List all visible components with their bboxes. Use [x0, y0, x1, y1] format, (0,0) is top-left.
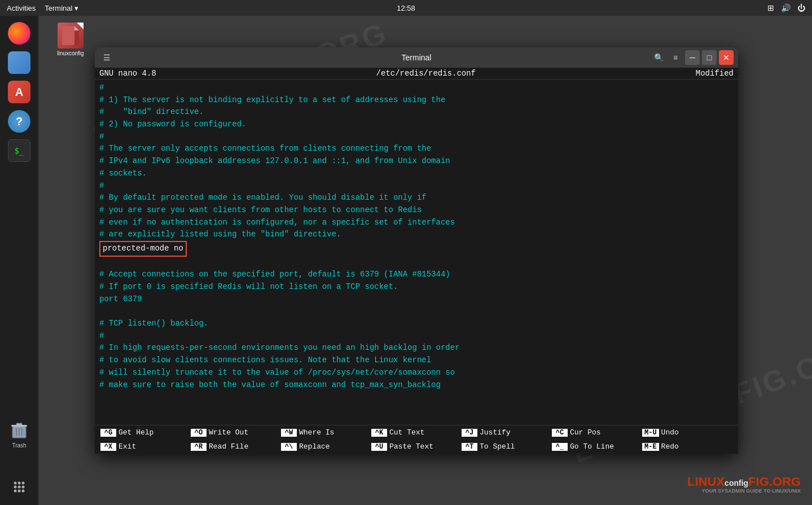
shortcut-cut-text: ^K Cut Text [369, 427, 459, 438]
search-icon[interactable]: 🔍 [651, 50, 666, 65]
close-button[interactable]: ✕ [719, 50, 734, 65]
shortcut-key-where-is: ^W [281, 429, 297, 437]
nano-status: Modified [696, 69, 734, 78]
shortcut-paste-text: ^U Paste Text [369, 441, 459, 452]
maximize-button[interactable]: □ [702, 50, 717, 65]
svg-rect-17 [74, 30, 79, 45]
nano-version: GNU nano 4.8 [99, 69, 156, 78]
highlighted-line: protected-mode no [99, 241, 187, 257]
topbar-system-icons: ⊞ 🔊 ⏻ [767, 3, 805, 12]
nano-filepath: /etc/redis/redis.conf [376, 69, 476, 78]
shortcut-read-file: ^R Read File [188, 441, 279, 452]
terminal-icon: $_ [6, 138, 32, 164]
dock-terminal[interactable]: $_ [6, 138, 32, 164]
svg-point-11 [22, 486, 25, 489]
shortcut-label-undo: Undo [661, 428, 679, 437]
svg-rect-15 [62, 26, 74, 45]
shortcut-label-cur-pos: Cur Pos [570, 428, 601, 437]
shortcut-key-go-to-line: ^_ [552, 443, 568, 451]
shortcut-label-write-out: Write Out [209, 428, 248, 437]
shortcut-write-out: ^O Write Out [188, 427, 279, 438]
shortcut-label-where-is: Where Is [299, 428, 334, 437]
dock: A ? $_ Tr [0, 16, 38, 505]
shortcut-key-justify: ^J [462, 429, 477, 437]
code-content: # # 1) The server is not binding explici… [95, 80, 738, 259]
network-icon[interactable]: ⊞ [767, 3, 774, 12]
code-content-2: # Accept connections on the specified po… [95, 254, 738, 394]
terminal-window: ☰ Terminal 🔍 ≡ ─ □ ✕ GNU nano 4.8 /etc/r… [95, 47, 738, 454]
shortcut-go-to-line: ^_ Go To Line [550, 441, 640, 452]
titlebar-right: 🔍 ≡ ─ □ ✕ [651, 50, 734, 65]
svg-point-6 [14, 482, 17, 485]
files-icon [6, 50, 32, 76]
shortcut-label-read-file: Read File [209, 442, 248, 451]
desktop-file-linuxconfig[interactable]: linuxconfig [51, 23, 90, 56]
shortcut-key-read-file: ^R [191, 443, 207, 451]
app-grid-icon[interactable] [8, 476, 30, 498]
svg-point-8 [22, 482, 25, 485]
svg-point-9 [14, 486, 17, 489]
shortcut-key-cut-text: ^K [371, 429, 387, 437]
trash-icon [8, 419, 30, 441]
shortcut-label-get-help: Get Help [118, 428, 153, 437]
hamburger-menu-icon[interactable]: ≡ [668, 50, 683, 65]
help-icon: ? [6, 108, 32, 134]
shortcut-where-is: ^W Where Is [279, 427, 369, 438]
titlebar-menu-icon[interactable]: ☰ [99, 50, 114, 65]
shortcut-exit: ^X Exit [98, 441, 188, 452]
topbar-clock: 12:58 [397, 4, 415, 12]
terminal-menu-label: Terminal [45, 4, 72, 12]
nano-shortcuts-row2: ^X Exit ^R Read File ^\ Replace ^U Paste… [95, 440, 738, 454]
branding-sub: YOUR SYSADMIN GUIDE TO LINUX/UNIX [687, 488, 801, 494]
desktop-file-label: linuxconfig [57, 50, 84, 56]
firefox-icon [6, 20, 32, 46]
shortcut-key-exit: ^X [100, 443, 116, 451]
file-icon [58, 23, 84, 49]
shortcut-key-get-help: ^G [100, 429, 116, 437]
svg-point-7 [18, 482, 21, 485]
svg-rect-2 [11, 425, 27, 427]
shortcut-key-undo: M-U [642, 429, 659, 437]
nano-shortcuts-bar: ^G Get Help ^O Write Out ^W Where Is ^K … [95, 425, 738, 454]
shortcut-label-replace: Replace [299, 442, 330, 451]
shortcut-cur-pos: ^C Cur Pos [550, 427, 640, 438]
terminal-menu[interactable]: Terminal ▾ [45, 4, 78, 12]
terminal-title: Terminal [402, 53, 432, 62]
shortcut-justify: ^J Justify [459, 427, 550, 438]
shortcut-key-replace: ^\ [281, 443, 297, 451]
nano-header: GNU nano 4.8 /etc/redis/redis.conf Modif… [95, 68, 738, 80]
shortcut-label-cut-text: Cut Text [389, 428, 424, 437]
shortcut-key-to-spell: ^T [462, 443, 477, 451]
desktop: LINUXCONFIG.ORG LINUXCONFIG.ORG LINUXCON… [0, 0, 812, 505]
shortcut-replace: ^\ Replace [279, 441, 369, 452]
terminal-menu-arrow: ▾ [74, 4, 78, 12]
shortcut-label-exit: Exit [118, 442, 136, 451]
shortcut-get-help: ^G Get Help [98, 427, 188, 438]
topbar: Activities Terminal ▾ 12:58 ⊞ 🔊 ⏻ [0, 0, 812, 16]
activities-button[interactable]: Activities [7, 4, 36, 12]
shortcut-to-spell: ^T To Spell [459, 441, 550, 452]
branding: LINUXconfigFIG.ORG YOUR SYSADMIN GUIDE T… [687, 475, 801, 494]
shortcut-label-justify: Justify [480, 428, 511, 437]
volume-icon[interactable]: 🔊 [781, 3, 791, 12]
appstore-icon: A [6, 79, 32, 105]
minimize-button[interactable]: ─ [685, 50, 700, 65]
svg-point-10 [18, 486, 21, 489]
shortcut-undo: M-U Undo [640, 427, 730, 438]
svg-point-14 [22, 490, 25, 493]
shortcut-key-paste-text: ^U [371, 443, 387, 451]
branding-main: LINUXconfigFIG.ORG [687, 475, 801, 489]
terminal-titlebar: ☰ Terminal 🔍 ≡ ─ □ ✕ [95, 47, 738, 68]
svg-marker-16 [74, 26, 79, 30]
dock-files[interactable] [6, 50, 32, 76]
shortcut-key-cur-pos: ^C [552, 429, 568, 437]
power-icon[interactable]: ⏻ [797, 3, 805, 12]
dock-help[interactable]: ? [6, 108, 32, 134]
editor-body[interactable]: # # 1) The server is not binding explici… [95, 80, 738, 425]
trash-label: Trash [12, 442, 26, 449]
trash-container[interactable]: Trash [8, 419, 30, 449]
dock-firefox[interactable] [6, 20, 32, 46]
shortcut-label-paste-text: Paste Text [389, 442, 433, 451]
dock-appstore[interactable]: A [6, 79, 32, 105]
shortcut-key-redo: M-E [642, 443, 659, 451]
